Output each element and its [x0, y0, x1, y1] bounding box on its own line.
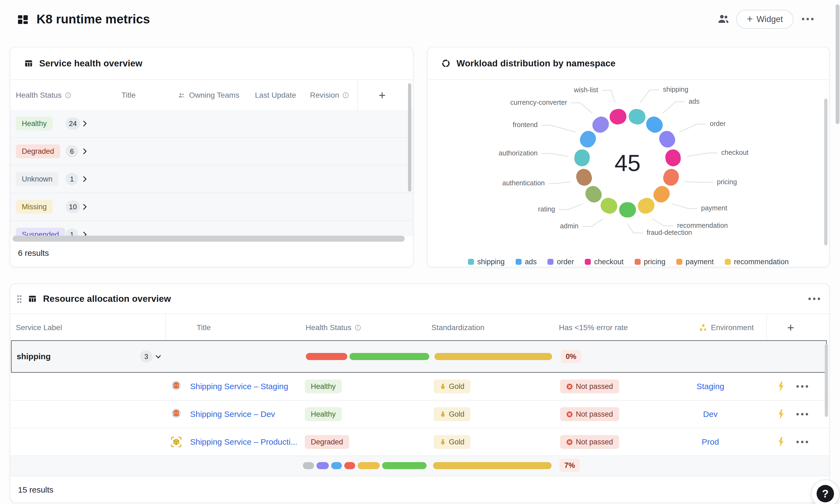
donut-leader-line — [628, 224, 643, 233]
donut-segment-wish-list[interactable] — [617, 116, 619, 117]
donut-segment-authentication[interactable] — [584, 177, 584, 178]
table-row[interactable]: Degraded 6 — [10, 138, 413, 165]
donut-segment-order[interactable] — [667, 139, 668, 140]
column-revision[interactable]: Revision — [310, 91, 349, 100]
table-widget-icon — [28, 294, 37, 303]
group-row-shipping[interactable]: shipping 3 0% — [11, 340, 827, 373]
legend-label: order — [557, 258, 574, 266]
chevron-down-icon[interactable] — [154, 353, 162, 361]
donut-leader-line — [687, 153, 717, 157]
column-owning-teams[interactable]: Owning Teams — [178, 91, 240, 100]
status-badge: Unknown — [16, 172, 58, 186]
donut-segment-frontend[interactable] — [588, 139, 588, 140]
legend-label: checkout — [594, 258, 624, 266]
legend-item-payment[interactable]: payment — [676, 258, 714, 266]
table-row[interactable]: Suspended 1 — [10, 221, 413, 236]
help-button[interactable]: ? — [811, 480, 839, 504]
chevron-right-icon[interactable] — [81, 175, 89, 183]
legend-label: payment — [686, 258, 714, 266]
donut-segment-shipping[interactable] — [636, 116, 638, 117]
add-widget-button[interactable]: + Widget — [736, 10, 793, 29]
donut-segment-pricing[interactable] — [671, 177, 671, 178]
legend-item-pricing[interactable]: pricing — [635, 258, 666, 266]
info-icon[interactable] — [343, 92, 349, 98]
bolt-icon[interactable] — [776, 436, 786, 447]
legend-swatch — [725, 259, 731, 265]
share-users-icon[interactable] — [717, 13, 730, 25]
donut-segment-currency-converter[interactable] — [600, 124, 601, 125]
service-title-link[interactable]: Shipping Service – Staging — [190, 382, 288, 391]
table-row-shipping-dev[interactable]: Shipping Service – Dev Healthy Gold Not … — [10, 401, 829, 428]
service-title-link[interactable]: Shipping Service – Dev — [190, 410, 275, 419]
column-last-update[interactable]: Last Update — [255, 91, 296, 100]
column-environment[interactable]: Environment — [698, 323, 754, 332]
column-service-label[interactable]: Service Label — [16, 323, 62, 332]
table-row[interactable]: Healthy 24 — [10, 110, 413, 138]
row-more-menu[interactable] — [797, 441, 808, 443]
column-title[interactable]: Title — [121, 91, 136, 100]
legend-item-shipping[interactable]: shipping — [468, 258, 505, 266]
chevron-right-icon[interactable] — [81, 203, 89, 211]
column-health-status[interactable]: Health Status — [16, 91, 71, 100]
environment-link[interactable]: Staging — [697, 382, 724, 391]
info-icon[interactable] — [355, 324, 361, 331]
bolt-icon[interactable] — [776, 381, 786, 392]
legend-swatch — [585, 259, 591, 265]
table-row-shipping-production[interactable]: Shipping Service – Producti... Degraded … — [10, 428, 829, 456]
chevron-right-icon[interactable] — [81, 120, 89, 128]
standardization-bar — [434, 353, 552, 360]
page-title: K8 runtime metrics — [36, 12, 150, 26]
donut-label-ads: ads — [688, 97, 699, 105]
page-header: K8 runtime metrics + Widget — [0, 0, 840, 47]
environment-link[interactable]: Dev — [703, 410, 717, 419]
legend-item-checkout[interactable]: checkout — [585, 258, 624, 266]
page-more-menu[interactable] — [802, 18, 813, 20]
health-status-badge: Degraded — [305, 435, 349, 449]
bar-segment — [349, 353, 429, 360]
drag-handle-icon[interactable] — [16, 294, 22, 304]
table-row[interactable]: Missing 10 — [10, 193, 413, 221]
donut-segment-authorization[interactable] — [582, 157, 582, 159]
column-title[interactable]: Title — [197, 323, 211, 332]
column-health-status[interactable]: Health Status — [305, 323, 361, 332]
donut-segment-rating[interactable] — [593, 194, 594, 195]
donut-segment-admin[interactable] — [608, 205, 610, 206]
tier-badge: Gold — [434, 435, 470, 449]
count-badge: 24 — [66, 117, 80, 130]
environment-link[interactable]: Prod — [702, 437, 719, 447]
medal-icon — [440, 439, 446, 445]
table-row[interactable]: Unknown 1 — [10, 165, 413, 193]
health-status-badge: Healthy — [305, 380, 342, 394]
row-more-menu[interactable] — [797, 385, 808, 388]
donut-segment-ads[interactable] — [654, 124, 655, 125]
donut-segment-recommendation[interactable] — [646, 205, 647, 206]
column-standardization[interactable]: Standardization — [432, 323, 485, 332]
bolt-icon[interactable] — [776, 409, 786, 420]
service-title-link[interactable]: Shipping Service – Producti... — [190, 437, 297, 447]
chevron-right-icon[interactable] — [81, 147, 89, 156]
resource-allocation-card: Resource allocation overview Service Lab… — [10, 284, 830, 503]
donut-segment-payment[interactable] — [661, 194, 662, 195]
table-row-shipping-staging[interactable]: Shipping Service – Staging Healthy Gold … — [10, 373, 829, 401]
medal-icon — [440, 411, 446, 417]
add-widget-label: Widget — [757, 14, 783, 24]
legend-item-ads[interactable]: ads — [515, 258, 537, 266]
add-column-button[interactable]: + — [787, 322, 794, 334]
vertical-scrollbar[interactable] — [824, 98, 827, 246]
legend-swatch — [468, 259, 474, 265]
chevron-right-icon[interactable] — [81, 231, 89, 236]
legend-item-order[interactable]: order — [547, 258, 574, 266]
legend-item-recommendation[interactable]: recommendation — [725, 258, 789, 266]
vertical-scrollbar[interactable] — [408, 83, 411, 192]
group-summary-row[interactable]: 7% — [10, 456, 829, 476]
horizontal-scrollbar[interactable] — [13, 236, 405, 242]
tier-badge: Gold — [434, 380, 470, 394]
add-column-button[interactable]: + — [379, 89, 386, 101]
vertical-scrollbar[interactable] — [825, 344, 828, 417]
info-icon[interactable] — [65, 92, 71, 98]
widget-more-menu[interactable] — [808, 298, 820, 300]
row-more-menu[interactable] — [797, 413, 808, 416]
column-error-rate[interactable]: Has <15% error rate — [559, 323, 628, 332]
bar-segment — [316, 462, 329, 469]
page-scrollbar[interactable] — [836, 4, 839, 124]
